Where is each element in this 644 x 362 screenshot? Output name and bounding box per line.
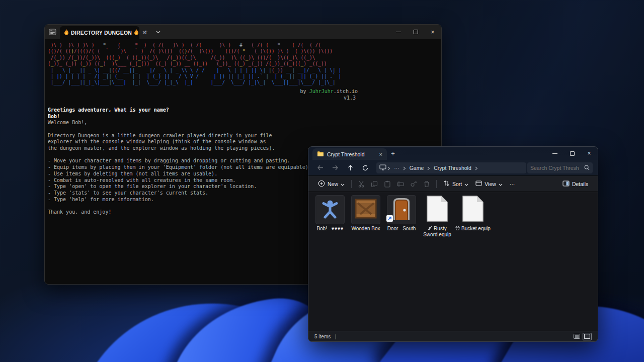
chevron-down-icon (499, 181, 503, 187)
file-label: Bucket.equip (455, 226, 491, 232)
explorer-status-bar: 5 items | (308, 331, 598, 341)
chevron-down-icon (464, 181, 468, 187)
sword-icon (428, 226, 432, 231)
explorer-minimize-button[interactable] (546, 147, 564, 160)
explorer-new-tab-button[interactable]: + (387, 147, 399, 160)
desktop-wallpaper: DIRECTORY DUNGEON × + × )\ ) )\ ) )\ ) *… (0, 0, 644, 362)
terminal-titlebar-drag-area (164, 25, 390, 39)
door-icon (391, 197, 412, 222)
file-item-bob[interactable]: Bob! - ♥♥♥♥ (313, 195, 347, 232)
more-options-button[interactable]: ··· (506, 178, 519, 190)
console-line (48, 126, 441, 133)
terminal-window-controls: × (390, 25, 441, 39)
details-button[interactable]: Details (559, 178, 592, 190)
file-item-rusty-sword[interactable]: Rusty Sword.equip (421, 195, 454, 237)
explorer-window: Crypt Threshold × + × ··· Game (308, 146, 598, 342)
terminal-byline: by JuhrJuhr.itch.io (48, 88, 358, 95)
file-item-wooden-box[interactable]: Wooden Box (349, 195, 382, 232)
fire-icon (134, 28, 139, 37)
search-box (527, 162, 593, 173)
file-label: Door - South (387, 226, 416, 232)
details-view-toggle[interactable] (572, 333, 581, 340)
console-line: Greetings adventurer, What is your name? (48, 107, 441, 114)
breadcrumb-item-game[interactable]: Game (407, 165, 427, 171)
explorer-window-controls: × (546, 147, 598, 160)
terminal-version: v1.3 (48, 95, 358, 101)
share-icon[interactable] (407, 178, 420, 190)
forward-icon[interactable] (329, 162, 343, 174)
status-divider: | (335, 334, 336, 339)
chevron-right-icon (403, 163, 406, 172)
view-button[interactable]: View (472, 178, 506, 190)
explorer-tab[interactable]: Crypt Threshold × (312, 148, 387, 160)
ascii-art-line: | \ |_ _|| _ \| __|((/ __||_ _|/ _ \ | _… (48, 67, 358, 73)
ascii-art-line: (_))_ (_)) (_)) ((_) )\___ (_(_()) ((_) … (48, 61, 358, 67)
breadcrumb[interactable]: ··· Game Crypt Threshold (376, 162, 526, 173)
file-item-door-south[interactable]: Door - South (385, 195, 418, 232)
ascii-art-wrap: )\ ) )\ ) )\ ) * ( * ) ( /( )\ ) ( /( )\… (48, 42, 358, 101)
divider (436, 180, 437, 188)
person-icon (320, 199, 340, 221)
view-icon (475, 180, 482, 188)
ascii-art-line: |___/ |___||_|_\|___|\___| |_| \___/ |_|… (48, 79, 358, 85)
file-page-icon (462, 195, 484, 224)
console-line: explorer with the console window helping… (48, 139, 441, 145)
console-line: Welcome Bob!, (48, 120, 441, 126)
explorer-tab-title: Crypt Threshold (327, 151, 375, 157)
chevron-right-icon (427, 163, 430, 172)
search-input[interactable] (530, 165, 584, 171)
terminal-app-icon (45, 25, 60, 39)
terminal-tab[interactable]: DIRECTORY DUNGEON × (60, 26, 139, 39)
up-icon[interactable] (344, 162, 358, 174)
explorer-close-button[interactable]: × (581, 147, 598, 160)
chevron-down-icon (341, 181, 345, 187)
chevron-right-icon (387, 163, 390, 172)
console-line: Directory Dungeon is a little dungeon cr… (48, 133, 441, 139)
explorer-titlebar-drag-area (399, 147, 546, 160)
divider (351, 180, 352, 188)
explorer-address-bar: ··· Game Crypt Threshold (308, 160, 598, 175)
details-pane-icon (562, 180, 570, 188)
cut-icon[interactable] (355, 178, 368, 190)
fire-icon (64, 28, 69, 37)
console-line: Bob! (48, 114, 441, 120)
this-pc-icon[interactable] (379, 163, 386, 172)
explorer-maximize-button[interactable] (564, 147, 581, 160)
breadcrumb-overflow[interactable]: ··· (391, 165, 402, 171)
item-count: 5 items (314, 334, 331, 339)
rename-icon[interactable] (394, 178, 407, 190)
bucket-icon (455, 226, 460, 231)
shortcut-arrow-icon (386, 215, 393, 222)
new-button[interactable]: New (314, 178, 348, 190)
file-item-bucket[interactable]: Bucket.equip (456, 195, 490, 232)
terminal-tab-bar: DIRECTORY DUNGEON × + × (45, 25, 441, 39)
breadcrumb-item-current[interactable]: Crypt Threshold (431, 165, 474, 171)
terminal-tab-dropdown-icon[interactable] (152, 25, 164, 39)
explorer-tab-close-icon[interactable]: × (378, 151, 384, 157)
refresh-icon[interactable] (358, 162, 372, 174)
search-icon[interactable] (584, 163, 590, 172)
file-label: Rusty Sword.equip (423, 226, 451, 237)
file-page-icon (426, 195, 448, 224)
ascii-art-line: | |) | | | | /| _|| (__ | | | (_) || / \… (48, 73, 358, 79)
icons-view-toggle[interactable] (583, 333, 592, 340)
terminal-tab-title: DIRECTORY DUNGEON (71, 30, 132, 36)
ascii-art-line: )\ ) )\ ) )\ ) * ( * ) ( /( )\ ) ( /( )\… (48, 42, 358, 48)
ascii-art: )\ ) )\ ) )\ ) * ( * ) ( /( )\ ) ( /( )\… (48, 42, 358, 86)
ascii-art-line: /(_)) /(_))/(_))\ (((_) ( )(_))(_)\ /(_)… (48, 55, 358, 61)
paste-icon[interactable] (381, 178, 394, 190)
explorer-command-bar: New Sort View ··· (308, 175, 598, 192)
author-link: JuhrJuhr (309, 88, 334, 94)
delete-icon[interactable] (420, 178, 433, 190)
chevron-right-icon[interactable] (475, 163, 478, 172)
copy-icon[interactable] (368, 178, 381, 190)
explorer-tab-strip: Crypt Threshold × + × (308, 147, 598, 160)
terminal-maximize-button[interactable] (407, 25, 424, 39)
terminal-minimize-button[interactable] (390, 25, 407, 39)
terminal-new-tab-button[interactable]: + (139, 25, 152, 39)
terminal-close-button[interactable]: × (424, 25, 441, 39)
file-label: Wooden Box (351, 226, 380, 232)
sort-button[interactable]: Sort (440, 178, 472, 190)
file-label: Bob! - ♥♥♥♥ (316, 226, 343, 232)
back-icon[interactable] (313, 162, 328, 174)
